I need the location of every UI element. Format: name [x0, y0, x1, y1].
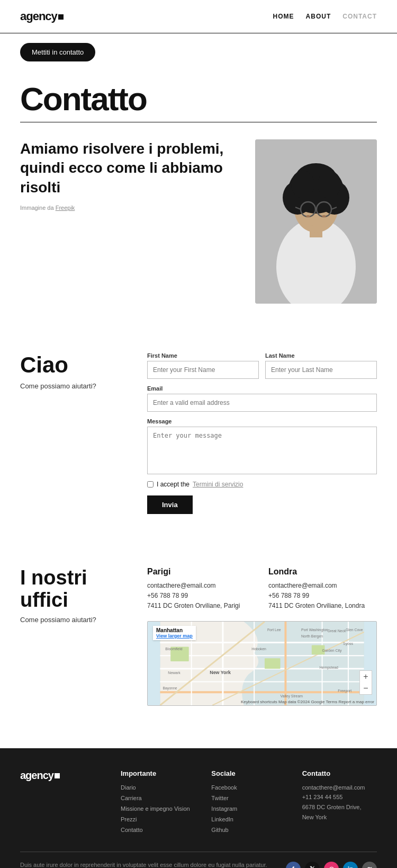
social-icons: f 𝕏 ◎ in ≋	[286, 862, 377, 868]
nav-home[interactable]: HOME	[273, 13, 294, 20]
footer-link-instagram[interactable]: Instagram	[211, 805, 237, 812]
svg-text:Port Washington: Port Washington	[301, 627, 328, 632]
freepik-link[interactable]: Freepik	[56, 205, 75, 211]
footer-contact-phone: +11 234 44 555	[302, 792, 377, 802]
last-name-label: Last Name	[265, 352, 377, 359]
navbar: agency HOME ABOUT CONTACT	[0, 0, 397, 33]
svg-point-17	[305, 217, 318, 226]
uffici-subheading: Come possiamo aiutarti?	[20, 616, 126, 624]
image-credit: Immagine da Freepik	[20, 205, 242, 211]
svg-text:Bayonne: Bayonne	[163, 686, 177, 690]
terms-link[interactable]: Termini di servizio	[193, 481, 243, 488]
hero-cta-area: Mettiti in contatto	[0, 33, 397, 61]
intro-text: Amiamo risolvere i problemi, quindi ecco…	[20, 139, 242, 211]
map-label: Manhattan View larger map	[153, 626, 196, 640]
logo[interactable]: agency	[20, 10, 64, 23]
social-icon-other[interactable]: ≋	[362, 862, 377, 868]
map-container[interactable]: New York Newark Hoboken North Bergen Bay…	[147, 621, 377, 706]
map-zoom-in[interactable]: +	[360, 671, 372, 683]
footer-link-contatto[interactable]: Contatto	[121, 827, 143, 833]
svg-rect-34	[265, 658, 281, 669]
name-row: First Name Last Name	[147, 352, 377, 379]
first-name-label: First Name	[147, 352, 259, 359]
svg-text:Hempstead: Hempstead	[320, 665, 338, 669]
svg-text:Garden City: Garden City	[322, 649, 342, 653]
footer-contact-address2: New York	[302, 812, 377, 822]
footer-link-mission[interactable]: Missione e impegno Vision	[121, 805, 190, 812]
office-londra: Londra contacthere@email.com +56 788 78 …	[268, 567, 377, 612]
social-icon-twitter[interactable]: 𝕏	[305, 862, 320, 868]
footer-contact-email: contacthere@email.com	[302, 783, 377, 793]
footer-contact-address1: 6678 DC Groten Drive,	[302, 802, 377, 812]
office-londra-city: Londra	[268, 567, 377, 577]
last-name-group: Last Name	[265, 352, 377, 379]
terms-row: I accept the Termini di servizio	[147, 481, 377, 488]
svg-point-15	[306, 215, 310, 217]
intro-section: Amiamo risolvere i problemi, quindi ecco…	[0, 122, 397, 321]
uffici-right-panel: Parigi contacthere@email.com +56 788 78 …	[147, 567, 377, 706]
message-textarea[interactable]	[147, 427, 377, 474]
svg-text:Fort Lee: Fort Lee	[267, 627, 281, 631]
footer-link-carriera[interactable]: Carriera	[121, 795, 142, 801]
footer-link-facebook[interactable]: Facebook	[211, 784, 237, 791]
form-heading: Ciao	[20, 352, 126, 378]
terms-checkbox[interactable]	[147, 481, 154, 488]
page-title: Contatto	[20, 83, 377, 116]
map-zoom-out[interactable]: −	[360, 683, 372, 694]
social-icon-instagram[interactable]: ◎	[324, 862, 339, 868]
nav-about[interactable]: ABOUT	[306, 13, 331, 20]
svg-point-9	[318, 171, 341, 198]
footer-logo-square	[55, 773, 60, 778]
first-name-input[interactable]	[147, 361, 259, 379]
svg-text:New York: New York	[210, 669, 231, 675]
office-parigi-email: contacthere@email.com	[147, 581, 256, 591]
nav-links: HOME ABOUT CONTACT	[273, 13, 377, 20]
submit-button[interactable]: Invia	[147, 495, 193, 514]
email-label: Email	[147, 385, 377, 392]
uffici-section: I nostri uffici Come possiamo aiutarti? …	[0, 535, 397, 727]
footer-link-diario[interactable]: Diario	[121, 784, 136, 791]
footer-col-sociale-heading: Sociale	[211, 769, 286, 777]
uffici-left-panel: I nostri uffici Come possiamo aiutarti?	[20, 567, 126, 624]
map-view-larger[interactable]: View larger map	[156, 633, 193, 639]
contact-form-section: Ciao Come possiamo aiutarti? First Name …	[0, 321, 397, 535]
footer-col-contatto-heading: Contatto	[302, 769, 377, 777]
woman-svg	[255, 139, 377, 304]
form-subheading: Come possiamo aiutarti?	[20, 382, 126, 390]
footer-link-twitter[interactable]: Twitter	[211, 795, 228, 801]
hero-cta-button[interactable]: Mettiti in contatto	[20, 43, 95, 61]
social-icon-facebook[interactable]: f	[286, 862, 301, 868]
footer-logo-area: agency	[20, 769, 105, 836]
footer-link-linkedin[interactable]: LinkedIn	[211, 816, 233, 822]
nav-contact[interactable]: CONTACT	[342, 13, 377, 20]
offices-row: Parigi contacthere@email.com +56 788 78 …	[147, 567, 377, 612]
footer-col-importante-heading: Importante	[121, 769, 195, 777]
svg-text:Glen Cove: Glen Cove	[346, 627, 363, 631]
email-input[interactable]	[147, 394, 377, 412]
footer: agency Importante Diario Carriera Missio…	[0, 748, 397, 868]
logo-square	[58, 14, 64, 20]
footer-bottom: Duis aute irure dolor in reprehenderit i…	[20, 861, 377, 868]
message-label: Message	[147, 418, 377, 424]
footer-link-github[interactable]: Github	[211, 827, 228, 833]
svg-text:Freeport: Freeport	[338, 689, 351, 693]
social-icon-linkedin[interactable]: in	[343, 862, 358, 868]
footer-logo: agency	[20, 769, 105, 782]
map-footer: Keyboard shortcuts Map data ©2024 Google…	[241, 699, 374, 704]
svg-text:Valley Stream: Valley Stream	[281, 694, 303, 698]
footer-col-importante-list: Diario Carriera Missione e impegno Visio…	[121, 783, 195, 834]
uffici-heading: I nostri uffici	[20, 567, 126, 612]
footer-col-sociale-list: Facebook Twitter Instagram LinkedIn Gith…	[211, 783, 286, 834]
first-name-group: First Name	[147, 352, 259, 379]
last-name-input[interactable]	[265, 361, 377, 379]
svg-text:Hoboken: Hoboken	[251, 647, 266, 651]
svg-point-8	[291, 171, 314, 198]
footer-tagline: Duis aute irure dolor in reprehenderit i…	[20, 861, 270, 868]
intro-heading: Amiamo risolvere i problemi, quindi ecco…	[20, 139, 242, 197]
terms-prefix: I accept the	[157, 481, 190, 488]
contatto-heading-area: Contatto	[0, 61, 397, 122]
footer-link-prezzi[interactable]: Prezzi	[121, 816, 137, 822]
office-parigi-address: 7411 DC Groten Orviliane, Parigi	[147, 601, 256, 611]
svg-point-16	[322, 215, 326, 217]
intro-image	[255, 139, 377, 304]
